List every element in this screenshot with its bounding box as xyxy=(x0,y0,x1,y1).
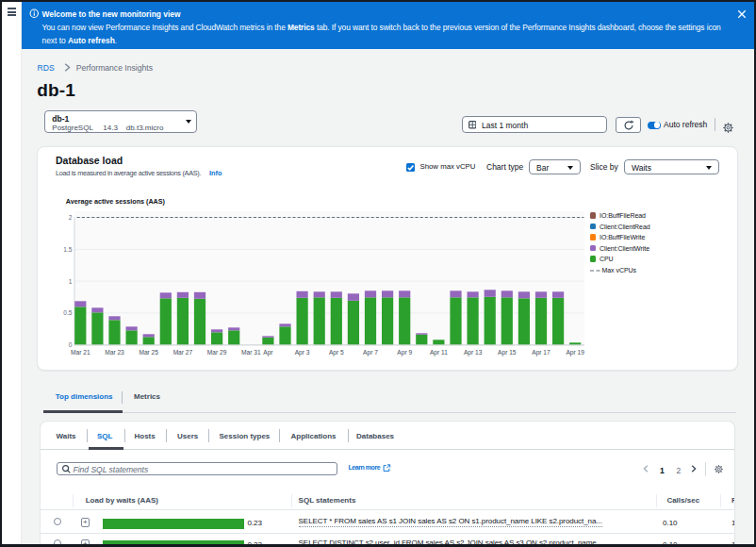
svg-text:Apr: Apr xyxy=(263,349,273,356)
svg-text:1: 1 xyxy=(69,278,73,285)
svg-text:2: 2 xyxy=(69,214,73,221)
svg-text:Apr 9: Apr 9 xyxy=(397,349,412,356)
svg-text:Mar 31: Mar 31 xyxy=(241,349,261,356)
svg-text:Apr 7: Apr 7 xyxy=(363,349,378,356)
svg-text:Mar 27: Mar 27 xyxy=(173,349,193,356)
svg-text:Apr 13: Apr 13 xyxy=(464,349,483,356)
svg-text:Apr 11: Apr 11 xyxy=(430,349,448,356)
svg-text:Apr 5: Apr 5 xyxy=(329,349,344,356)
svg-text:1.5: 1.5 xyxy=(63,246,72,253)
svg-text:Mar 25: Mar 25 xyxy=(139,349,158,356)
svg-text:Apr 19: Apr 19 xyxy=(566,349,584,356)
svg-text:0.5: 0.5 xyxy=(63,309,72,316)
svg-text:Apr 17: Apr 17 xyxy=(532,349,551,356)
svg-text:Apr 3: Apr 3 xyxy=(295,349,310,356)
svg-text:Mar 21: Mar 21 xyxy=(71,349,90,356)
svg-text:0: 0 xyxy=(69,341,73,348)
svg-text:Mar 23: Mar 23 xyxy=(105,349,124,356)
svg-text:Mar 29: Mar 29 xyxy=(207,349,227,356)
svg-text:Apr 15: Apr 15 xyxy=(498,349,517,356)
